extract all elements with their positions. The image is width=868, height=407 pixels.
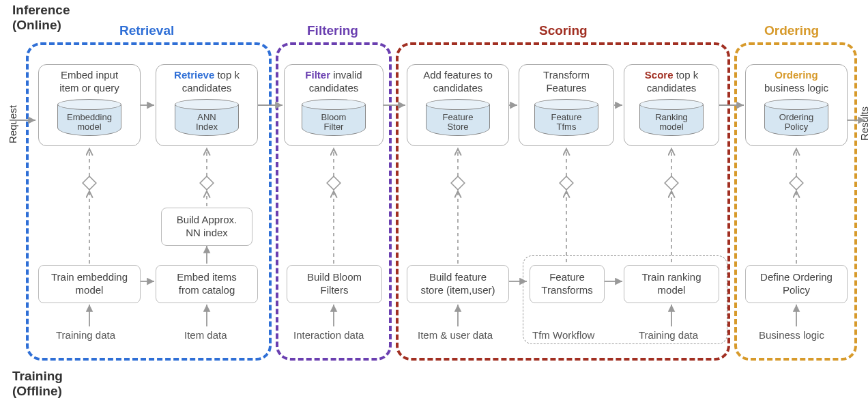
- node-embed-input: Embed input item or query Embedding mode…: [38, 64, 141, 146]
- data-business-logic: Business logic: [759, 329, 824, 341]
- node-transform-features: Transform Features Feature Tfms: [519, 64, 614, 146]
- request-label: Request: [7, 105, 18, 143]
- stage-title-filtering: Filtering: [307, 23, 358, 38]
- inference-header: Inference (Online): [12, 3, 70, 33]
- cylinder-ranking-model: Ranking model: [639, 99, 704, 136]
- node-ordering: Ordering business logic Ordering Policy: [745, 64, 848, 146]
- stage-title-retrieval: Retrieval: [119, 23, 174, 38]
- build-feature-store: Build feature store (item,user): [407, 265, 509, 303]
- stage-title-ordering: Ordering: [764, 23, 819, 38]
- build-ann-index: Build Approx. NN index: [161, 208, 252, 246]
- data-item-user: Item & user data: [418, 329, 493, 341]
- cylinder-ordering-policy: Ordering Policy: [764, 99, 828, 136]
- build-bloom-filters: Build Bloom Filters: [287, 265, 382, 303]
- data-tfm-workflow: Tfm Workflow: [532, 329, 594, 341]
- define-ordering-policy: Define Ordering Policy: [745, 265, 848, 303]
- data-item: Item data: [184, 329, 227, 341]
- training-header: Training (Offline): [12, 369, 63, 399]
- data-training-right: Training data: [639, 329, 698, 341]
- cylinder-feature-tfms: Feature Tfms: [534, 99, 598, 136]
- node-filter: Filter invalid candidates Bloom Filter: [284, 64, 384, 146]
- stage-title-scoring: Scoring: [539, 23, 588, 38]
- data-interaction: Interaction data: [293, 329, 364, 341]
- data-training-left: Training data: [56, 329, 115, 341]
- node-score: Score top k candidates Ranking model: [624, 64, 719, 146]
- cylinder-bloom-filter: Bloom Filter: [302, 99, 366, 136]
- cylinder-feature-store: Feature Store: [426, 99, 490, 136]
- cylinder-embedding-model: Embedding model: [57, 99, 121, 136]
- cylinder-ann-index: ANN Index: [175, 99, 239, 136]
- node-add-features: Add features to candidates Feature Store: [407, 64, 509, 146]
- train-embed-model: Train embedding model: [38, 265, 141, 303]
- embed-items: Embed items from catalog: [156, 265, 258, 303]
- node-retrieve: Retrieve top k candidates ANN Index: [156, 64, 258, 146]
- results-label: Results: [858, 107, 868, 141]
